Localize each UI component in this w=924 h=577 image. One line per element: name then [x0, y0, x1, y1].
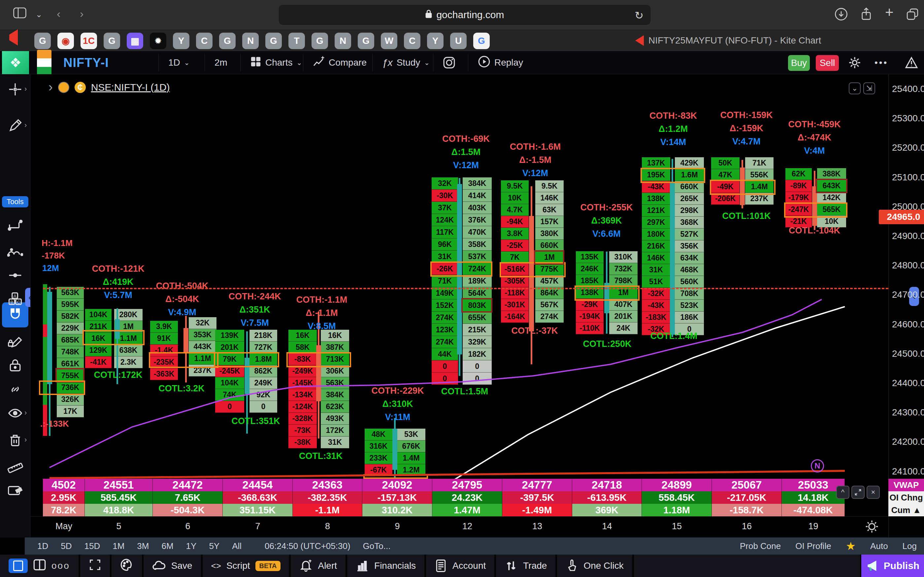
- back-icon[interactable]: ‹: [57, 7, 60, 20]
- bookmark-favicon[interactable]: C: [196, 33, 213, 49]
- series-legend[interactable]: › ₵ NSE:NIFTY-I (1D): [48, 80, 170, 94]
- bookmark-favicon[interactable]: N: [242, 33, 259, 49]
- bookmark-favicon[interactable]: G: [265, 33, 282, 49]
- reload-icon[interactable]: ↻: [635, 9, 643, 22]
- vwap-row-key[interactable]: VWAP: [888, 479, 924, 491]
- range-button[interactable]: 6M: [162, 541, 173, 551]
- legend-series-label[interactable]: NSE:NIFTY-I (1D): [91, 82, 170, 93]
- oi-chng-row-key[interactable]: OI Chng: [888, 491, 924, 504]
- kite-logo-icon[interactable]: [9, 35, 18, 40]
- range-button[interactable]: 3M: [137, 541, 149, 551]
- chevron-down-icon[interactable]: ⌄: [36, 10, 42, 19]
- text-abc-tool-icon[interactable]: ABC: [6, 289, 24, 308]
- single-layout-button[interactable]: [8, 559, 28, 573]
- bookmark-favicon[interactable]: W: [381, 33, 397, 49]
- bookmark-favicon[interactable]: ✹: [150, 33, 166, 49]
- sell-button[interactable]: Sell: [816, 55, 839, 71]
- range-button[interactable]: 1Y: [186, 541, 197, 551]
- measure-tool-icon[interactable]: [6, 216, 24, 234]
- bookmark-favicon[interactable]: C: [404, 33, 420, 49]
- share-icon[interactable]: [859, 7, 873, 24]
- crosshair-icon[interactable]: [6, 80, 24, 98]
- bookmark-favicon[interactable]: T: [288, 33, 305, 49]
- auto-button[interactable]: Auto: [870, 541, 888, 551]
- range-button[interactable]: 5Y: [209, 541, 220, 551]
- resize-table-icon[interactable]: [851, 486, 864, 499]
- shapes-folder-icon[interactable]: [6, 480, 24, 499]
- new-tab-icon[interactable]: +: [885, 4, 893, 21]
- charts-dropdown[interactable]: Charts⌄: [250, 51, 302, 74]
- prob-cone-button[interactable]: Prob Cone: [740, 541, 781, 551]
- replay-button[interactable]: Replay: [478, 51, 523, 74]
- download-icon[interactable]: [834, 7, 848, 24]
- study-dropdown[interactable]: ƒx Study⌄: [382, 51, 430, 74]
- more-layouts-icon[interactable]: ooo: [52, 561, 70, 571]
- split-layout-icon[interactable]: [33, 558, 46, 574]
- range-button[interactable]: 1D: [37, 541, 48, 551]
- bookmark-favicon[interactable]: G: [34, 33, 51, 49]
- theme-palette-icon[interactable]: [120, 558, 133, 574]
- settings-gear-icon[interactable]: [848, 51, 861, 74]
- instagram-icon[interactable]: [443, 51, 456, 74]
- interval-dropdown[interactable]: 1D⌄: [168, 51, 190, 74]
- bookmark-favicon[interactable]: U: [450, 33, 467, 49]
- fullscreen-icon[interactable]: [89, 559, 101, 573]
- one-click-button[interactable]: One Click: [557, 554, 632, 577]
- star-icon[interactable]: ★: [846, 540, 856, 553]
- bookmark-favicon[interactable]: N: [334, 33, 351, 49]
- range-button[interactable]: 1M: [113, 541, 124, 551]
- pen-icon[interactable]: [6, 116, 24, 135]
- bookmark-favicon[interactable]: G: [103, 33, 120, 49]
- sidebar-toggle-icon[interactable]: [13, 7, 26, 21]
- bookmark-favicon[interactable]: ◉: [57, 33, 74, 49]
- range-button[interactable]: All: [232, 541, 242, 551]
- more-options-icon[interactable]: •••: [874, 51, 888, 74]
- oi-profile-button[interactable]: OI Profile: [795, 541, 831, 551]
- compare-button[interactable]: Compare: [313, 51, 367, 74]
- range-button[interactable]: 15D: [84, 541, 100, 551]
- bookmark-favicon[interactable]: ▦: [127, 33, 143, 49]
- trade-button[interactable]: Trade: [496, 554, 556, 577]
- price-axis[interactable]: 24965.0 ‹ 25400.025300.025200.025100.025…: [888, 74, 924, 537]
- axis-settings-icon[interactable]: [864, 519, 879, 535]
- eye-icon[interactable]: [6, 404, 24, 422]
- save-button[interactable]: Save: [144, 554, 201, 577]
- lock-icon[interactable]: [6, 356, 24, 375]
- tab-title[interactable]: NIFTY25MAYFUT (NFO-FUT) - Kite Chart: [635, 35, 821, 46]
- bookmark-favicon[interactable]: 1C: [81, 33, 97, 49]
- bookmark-favicon[interactable]: G: [358, 33, 374, 49]
- minimize-chart-icon[interactable]: ⌄: [849, 82, 861, 94]
- trash-icon[interactable]: [6, 431, 24, 450]
- close-table-icon[interactable]: ×: [867, 486, 880, 499]
- warning-icon[interactable]: [905, 51, 918, 74]
- buy-button[interactable]: Buy: [788, 55, 810, 71]
- log-button[interactable]: Log: [903, 541, 917, 551]
- pattern-tool-icon[interactable]: [6, 242, 24, 260]
- cum-row-key[interactable]: Cum ▲: [888, 504, 924, 516]
- bookmark-favicon[interactable]: Y: [173, 33, 189, 49]
- goto-button[interactable]: GoTo...: [363, 541, 391, 551]
- horizontal-line-tool-icon[interactable]: [6, 266, 24, 285]
- interval2-button[interactable]: 2m: [215, 51, 227, 74]
- account-button[interactable]: Account: [426, 554, 494, 577]
- forward-icon[interactable]: ›: [80, 7, 84, 20]
- address-bar[interactable]: gocharting.com ↻: [278, 4, 651, 26]
- bookmark-favicon[interactable]: G: [473, 33, 490, 49]
- link-icon[interactable]: [6, 380, 24, 399]
- collapse-table-icon[interactable]: ^: [836, 486, 850, 499]
- range-button[interactable]: 5D: [61, 541, 72, 551]
- alert-button[interactable]: Alert: [291, 554, 346, 577]
- financials-button[interactable]: Financials: [347, 554, 424, 577]
- pen-lock-icon[interactable]: [6, 332, 24, 350]
- expand-chart-icon[interactable]: ⇲: [863, 82, 875, 94]
- tabs-icon[interactable]: [906, 7, 919, 24]
- date-axis[interactable]: May56789121314151619: [31, 516, 888, 537]
- ruler-icon[interactable]: [6, 456, 24, 474]
- magnet-icon[interactable]: [6, 306, 24, 324]
- bookmark-favicon[interactable]: G: [219, 33, 236, 49]
- news-marker[interactable]: N: [811, 459, 824, 472]
- gocharting-logo[interactable]: ❖: [2, 51, 29, 74]
- script-button[interactable]: <>Script BETA: [203, 554, 289, 577]
- bookmark-favicon[interactable]: G: [312, 33, 328, 49]
- publish-button[interactable]: Publish: [861, 554, 924, 577]
